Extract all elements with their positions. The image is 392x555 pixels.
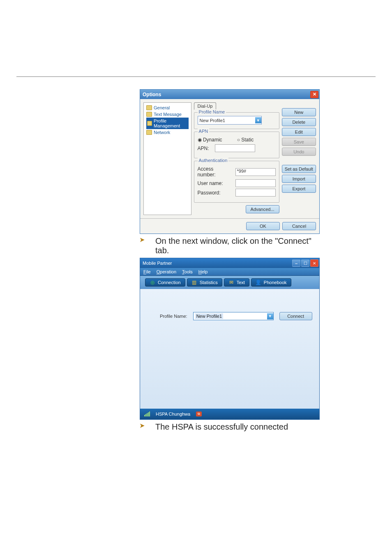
chevron-down-icon: ▼ bbox=[255, 117, 261, 123]
save-button[interactable]: Save bbox=[282, 138, 316, 146]
mp-menubar: File Operation Tools Help bbox=[140, 268, 319, 276]
fieldset-authentication: Authentication Access number: *99# User … bbox=[194, 161, 279, 203]
label-access-number: Access number: bbox=[198, 166, 233, 178]
fieldset-profile-name: Profile Name New Profile1 ▼ bbox=[194, 112, 279, 129]
toolbar-statistics[interactable]: ▥ Statistics bbox=[187, 278, 222, 287]
delete-button[interactable]: Delete bbox=[282, 118, 316, 126]
profile-combo-value: New Profile1 bbox=[195, 313, 223, 319]
close-icon[interactable]: ✕ bbox=[310, 91, 318, 98]
label-profile-name: Profile Name: bbox=[160, 314, 187, 319]
advanced-button[interactable]: Advanced... bbox=[246, 205, 279, 213]
edit-button[interactable]: Edit bbox=[282, 128, 316, 136]
network-icon: ⧉ bbox=[196, 412, 202, 416]
tab-dialup[interactable]: Dial-Up bbox=[194, 102, 217, 110]
input-access-number[interactable]: *99# bbox=[235, 168, 276, 176]
globe-icon: ◎ bbox=[150, 280, 155, 285]
top-rule bbox=[16, 76, 376, 77]
ok-button[interactable]: OK bbox=[246, 222, 280, 230]
tree-label: General bbox=[154, 105, 170, 110]
tree-item-profile-management[interactable]: Profile Management bbox=[146, 118, 189, 129]
toolbar-connection[interactable]: ◎ Connection bbox=[145, 278, 185, 287]
cancel-button[interactable]: Cancel bbox=[282, 222, 316, 230]
menu-operation[interactable]: Operation bbox=[157, 269, 176, 274]
mp-statusbar: HSPA Chunghwa ⧉ bbox=[140, 409, 319, 419]
bullet-text-1: On the next window, click on the "Connec… bbox=[155, 236, 320, 255]
toolbar-text[interactable]: ✉ Text bbox=[224, 278, 249, 287]
input-user-name[interactable] bbox=[235, 179, 276, 187]
mp-body: Profile Name: New Profile1 ▼ Connect bbox=[140, 289, 319, 409]
legend-auth: Authentication bbox=[198, 158, 229, 163]
fieldset-apn: APN ◉ Dynamic ○ Static APN: bbox=[194, 132, 279, 158]
connect-button[interactable]: Connect bbox=[279, 312, 312, 320]
chart-icon: ▥ bbox=[191, 280, 197, 285]
menu-file[interactable]: File bbox=[143, 269, 151, 274]
profile-combo-value: New Profile1 bbox=[200, 118, 225, 123]
person-icon: 👤 bbox=[256, 280, 261, 285]
label-apn: APN: bbox=[198, 146, 212, 151]
folder-icon bbox=[146, 105, 152, 110]
legend-profile: Profile Name bbox=[198, 109, 226, 114]
maximize-icon[interactable]: ☐ bbox=[301, 259, 309, 267]
mail-icon: ✉ bbox=[228, 280, 234, 285]
legend-apn: APN bbox=[198, 129, 210, 134]
bullet-line-2: ➤ The HSPA is successfully connected bbox=[140, 422, 320, 432]
menu-help[interactable]: Help bbox=[198, 269, 208, 274]
mp-toolbar: ◎ Connection ▥ Statistics ✉ Text 👤 Phone… bbox=[140, 276, 319, 289]
export-button[interactable]: Export bbox=[282, 185, 316, 193]
label-user-name: User name: bbox=[198, 180, 233, 186]
mp-title-text: Mobile Partner bbox=[143, 261, 172, 266]
status-operator: HSPA Chunghwa bbox=[156, 412, 190, 416]
input-password[interactable] bbox=[235, 189, 276, 197]
menu-tools[interactable]: Tools bbox=[182, 269, 193, 274]
bullet-line-1: ➤ On the next window, click on the "Conn… bbox=[140, 236, 320, 255]
folder-icon bbox=[146, 130, 152, 135]
minimize-icon[interactable]: ‒ bbox=[292, 259, 300, 267]
nav-tree: General Text Message Profile Management … bbox=[143, 102, 191, 215]
folder-icon bbox=[146, 112, 152, 117]
tree-label: Text Message bbox=[154, 112, 182, 117]
bullet-text-2: The HSPA is successfully connected bbox=[155, 422, 288, 432]
radio-static[interactable]: ○ Static bbox=[237, 137, 254, 143]
tree-label: Network bbox=[154, 130, 170, 135]
dialog-title: Options bbox=[143, 92, 161, 97]
chevron-down-icon: ▼ bbox=[267, 313, 273, 319]
tree-label: Profile Management bbox=[154, 118, 188, 128]
mobile-partner-window: Mobile Partner ‒ ☐ ✕ File Operation Tool… bbox=[140, 258, 320, 420]
import-button[interactable]: Import bbox=[282, 175, 316, 183]
signal-icon bbox=[144, 412, 150, 416]
titlebar: Options ✕ bbox=[140, 90, 319, 99]
bullet-arrow-icon: ➤ bbox=[140, 236, 145, 243]
tree-item-text-message[interactable]: Text Message bbox=[146, 111, 189, 118]
close-icon[interactable]: ✕ bbox=[310, 259, 318, 267]
folder-icon bbox=[147, 121, 152, 126]
mp-titlebar: Mobile Partner ‒ ☐ ✕ bbox=[140, 258, 319, 268]
profile-combo[interactable]: New Profile1 ▼ bbox=[198, 116, 262, 125]
new-button[interactable]: New bbox=[282, 108, 316, 116]
toolbar-phonebook[interactable]: 👤 Phonebook bbox=[251, 278, 291, 287]
tree-item-network[interactable]: Network bbox=[146, 129, 189, 136]
input-apn[interactable] bbox=[215, 144, 255, 152]
bullet-arrow-icon: ➤ bbox=[140, 422, 145, 429]
profile-combo[interactable]: New Profile1 ▼ bbox=[193, 312, 274, 320]
set-default-button[interactable]: Set as Default bbox=[282, 165, 316, 173]
dialog-bottom-row: OK Cancel bbox=[140, 218, 319, 234]
undo-button[interactable]: Undo bbox=[282, 148, 316, 156]
tree-item-general[interactable]: General bbox=[146, 104, 189, 111]
options-dialog: Options ✕ General Text Message Profile bbox=[140, 89, 320, 234]
radio-dynamic[interactable]: ◉ Dynamic bbox=[198, 137, 222, 143]
label-password: Password: bbox=[198, 190, 233, 196]
